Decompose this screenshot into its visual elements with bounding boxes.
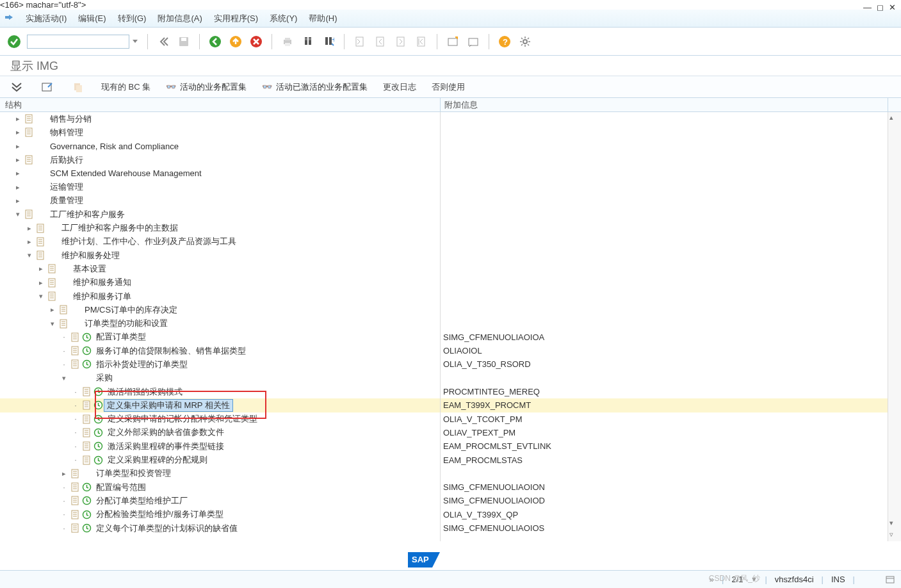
position-icon[interactable]	[40, 79, 55, 95]
expand-icon[interactable]: ·	[70, 429, 81, 436]
expand-icon[interactable]: ▸	[13, 142, 23, 151]
system-menu-icon[interactable]	[4, 13, 14, 24]
expand-icon[interactable]: ▾	[59, 374, 69, 382]
tree-row[interactable]: ·服务订单的信贷限制检验、销售单据类型	[0, 344, 440, 357]
doc-icon[interactable]	[23, 127, 35, 137]
expand-icon[interactable]: ▸	[13, 197, 23, 205]
activity-icon[interactable]	[92, 414, 104, 424]
copy-icon[interactable]	[70, 79, 86, 95]
close-icon[interactable]: ✕	[889, 3, 896, 12]
doc-icon[interactable]	[81, 441, 92, 451]
expand-icon[interactable]: ·	[70, 388, 81, 396]
doc-icon[interactable]	[35, 237, 46, 247]
expand-icon[interactable]: ▸	[13, 183, 23, 192]
tree-row[interactable]: ▾工厂维护和客户服务	[0, 208, 440, 221]
activity-icon[interactable]	[81, 482, 92, 492]
doc-icon[interactable]	[69, 346, 81, 355]
activity-icon[interactable]	[92, 455, 104, 465]
menu-goto[interactable]: 转到(G)	[118, 13, 147, 24]
doc-icon[interactable]	[23, 114, 35, 124]
shortcut-icon[interactable]	[466, 34, 481, 49]
activity-icon[interactable]	[81, 496, 92, 505]
doc-icon[interactable]	[69, 482, 81, 492]
expand-icon[interactable]: ▸	[24, 224, 35, 233]
tree-row[interactable]: ▾订单类型的功能和设置	[0, 316, 440, 330]
scroll-up-icon[interactable]: ▴	[889, 113, 893, 122]
expand-icon[interactable]: ▸	[13, 156, 23, 164]
activity-icon[interactable]	[92, 387, 104, 396]
dropdown-icon[interactable]	[131, 34, 140, 49]
tree-row[interactable]: ▸基本设置	[0, 262, 440, 275]
expand-icon[interactable]: ▾	[47, 320, 58, 328]
existing-bc-button[interactable]: 现有的 BC 集	[101, 81, 150, 93]
doc-icon[interactable]	[69, 523, 81, 533]
expand-icon[interactable]: ·	[70, 443, 81, 450]
tree-row[interactable]: ▾维护和服务订单	[0, 290, 440, 303]
doc-icon[interactable]	[46, 264, 58, 274]
expand-all-icon[interactable]	[9, 79, 24, 95]
doc-icon[interactable]	[58, 319, 69, 329]
expand-icon[interactable]: ▾	[13, 210, 23, 218]
tree-row[interactable]: ▸维护计划、工作中心、作业列及产品资源与工具	[0, 235, 440, 249]
tree-row[interactable]: ·定义采购申请的记帐分配种类和凭证类型	[0, 412, 440, 426]
minimize-icon[interactable]: —	[863, 3, 872, 12]
maximize-icon[interactable]: ◻	[877, 3, 884, 12]
doc-icon[interactable]	[81, 387, 92, 396]
activity-icon[interactable]	[92, 400, 104, 410]
tree-row[interactable]: ▸PM/CS订单中的库存决定	[0, 303, 440, 316]
doc-icon[interactable]	[81, 428, 92, 437]
expand-icon[interactable]: ▸	[36, 265, 46, 273]
expand-icon[interactable]: ▸	[13, 128, 23, 136]
expand-icon[interactable]: ·	[59, 333, 69, 341]
ok-button[interactable]	[6, 34, 22, 49]
tree-row[interactable]: ·指示补货处理的订单类型	[0, 357, 440, 371]
doc-icon[interactable]	[81, 414, 92, 424]
tree-row[interactable]: ·定义外部采购的缺省值参数文件	[0, 426, 440, 439]
tree-row[interactable]: ▸工厂维护和客户服务中的主数据	[0, 221, 440, 234]
tree-row[interactable]: ·定义每个订单类型的计划标识的缺省值	[0, 521, 440, 535]
scroll-down-icon[interactable]: ▾	[889, 519, 893, 527]
expand-icon[interactable]: ·	[59, 497, 69, 505]
tree-row[interactable]: ▸质量管理	[0, 194, 440, 208]
else-use-button[interactable]: 否则使用	[432, 81, 465, 93]
tree-row[interactable]: ·配置编号范围	[0, 480, 440, 494]
expand-icon[interactable]: ▾	[36, 292, 46, 300]
active-bc-button[interactable]: 👓活动的业务配置集	[166, 81, 247, 93]
doc-icon[interactable]	[35, 250, 46, 260]
cancel-icon[interactable]	[248, 34, 264, 49]
column-info[interactable]: 附加信息	[441, 98, 888, 111]
doc-icon[interactable]	[69, 510, 81, 519]
settings-icon[interactable]	[517, 34, 533, 49]
doc-icon[interactable]	[69, 469, 81, 478]
doc-icon[interactable]	[58, 305, 69, 314]
status-menu-icon[interactable]	[886, 575, 895, 584]
activity-icon[interactable]	[81, 510, 92, 519]
tree-row[interactable]: ▸运输管理	[0, 180, 440, 193]
doc-icon[interactable]	[35, 224, 46, 233]
expand-icon[interactable]: ·	[59, 361, 69, 368]
expand-icon[interactable]: ·	[59, 525, 69, 532]
find-next-icon[interactable]: +	[321, 34, 336, 49]
tree-row[interactable]: ·激活采购里程碑的事件类型链接	[0, 439, 440, 453]
vertical-scrollbar[interactable]: ▴ ▾ ▿	[888, 112, 901, 541]
expand-icon[interactable]: ·	[70, 456, 81, 464]
doc-icon[interactable]	[23, 209, 35, 219]
doc-icon[interactable]	[69, 496, 81, 505]
tree-row[interactable]: ▸Governance, Risk and Compliance	[0, 140, 440, 153]
expand-icon[interactable]: ·	[59, 484, 69, 491]
doc-icon[interactable]	[81, 455, 92, 465]
collapse-icon[interactable]	[156, 34, 171, 49]
tree-row[interactable]: ▸SCM Extended Warehouse Management	[0, 167, 440, 180]
expand-icon[interactable]: ▸	[59, 470, 69, 478]
expand-icon[interactable]: ▸	[36, 279, 46, 287]
activity-icon[interactable]	[92, 428, 104, 437]
tree-row[interactable]: ▸后勤执行	[0, 153, 440, 167]
menu-impl[interactable]: 实施活动(I)	[26, 13, 67, 24]
activity-icon[interactable]	[81, 359, 92, 369]
expand-icon[interactable]: ▾	[24, 251, 35, 259]
tree-row[interactable]: ·激活增强的采购模式	[0, 385, 440, 398]
scroll-end-icon[interactable]: ▿	[889, 530, 893, 539]
tree-row[interactable]: ·配置订单类型	[0, 331, 440, 344]
column-structure[interactable]: 结构	[0, 98, 441, 111]
menu-help[interactable]: 帮助(H)	[309, 13, 337, 24]
